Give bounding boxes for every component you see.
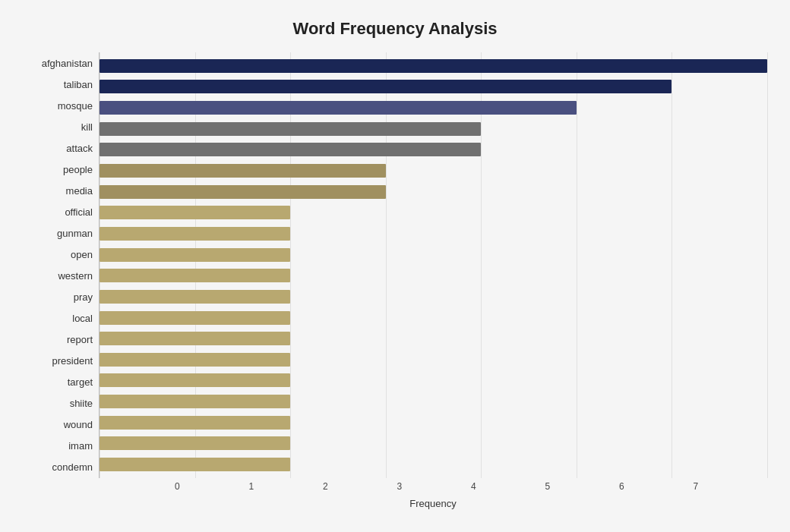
y-label: kill: [23, 116, 93, 137]
bar: [100, 269, 290, 282]
bar: [100, 206, 290, 219]
bar: [100, 436, 290, 450]
bar-row: [100, 121, 767, 137]
x-axis-labels: 01234567: [99, 481, 767, 492]
x-tick: 2: [323, 481, 397, 492]
y-label: wound: [23, 414, 93, 436]
y-label: media: [23, 180, 93, 201]
y-label: imam: [23, 436, 93, 457]
y-label: people: [23, 159, 93, 180]
bar-row: [100, 225, 767, 242]
bar-row: [100, 184, 767, 200]
bar: [100, 101, 577, 115]
y-axis-labels: afghanistantalibanmosquekillattackpeople…: [23, 52, 99, 478]
bar: [100, 143, 481, 156]
bar: [100, 290, 290, 304]
bar-row: [100, 330, 767, 347]
bar-row: [100, 58, 767, 74]
bar: [100, 227, 290, 241]
y-label: shiite: [23, 393, 93, 414]
bar-row: [100, 288, 767, 305]
bar-row: [100, 78, 767, 95]
y-label: taliban: [23, 74, 93, 95]
y-label: president: [23, 351, 93, 372]
y-label: local: [23, 308, 93, 329]
bar: [100, 164, 386, 178]
bottom-section: 01234567 Frequency: [23, 481, 767, 509]
bars-wrapper: [100, 52, 767, 478]
y-label: western: [23, 265, 93, 286]
x-tick: 6: [619, 481, 694, 492]
x-tick: 1: [249, 481, 324, 492]
bar: [100, 122, 481, 136]
y-label: mosque: [23, 95, 93, 116]
y-label: pray: [23, 287, 93, 308]
y-label: gunman: [23, 222, 93, 244]
bar-row: [100, 162, 767, 179]
bar-row: [100, 435, 767, 452]
y-label: afghanistan: [23, 52, 93, 74]
bar: [100, 311, 290, 325]
bar-row: [100, 267, 767, 284]
bar-row: [100, 351, 767, 368]
bar: [100, 395, 290, 408]
chart-container: Word Frequency Analysis afghanistantalib…: [0, 0, 790, 532]
y-label: open: [23, 244, 93, 265]
x-tick: 3: [397, 481, 472, 492]
bar-row: [100, 456, 767, 473]
y-label: official: [23, 201, 93, 222]
bar: [100, 416, 290, 430]
bar: [100, 80, 672, 93]
bar-row: [100, 99, 767, 116]
bar: [100, 185, 386, 199]
x-tick: 7: [694, 481, 768, 492]
bar-row: [100, 247, 767, 263]
bar: [100, 59, 767, 73]
chart-title: Word Frequency Analysis: [23, 15, 767, 39]
bar: [100, 248, 290, 262]
x-axis-title: Frequency: [99, 498, 767, 509]
bar: [100, 373, 290, 387]
x-tick: 4: [471, 481, 545, 492]
y-label: report: [23, 329, 93, 351]
x-tick: 0: [175, 481, 249, 492]
bar-row: [100, 204, 767, 221]
chart-area: afghanistantalibanmosquekillattackpeople…: [23, 52, 767, 478]
grid-and-bars: [99, 52, 767, 478]
bar: [100, 332, 290, 345]
y-label: attack: [23, 137, 93, 159]
bar-row: [100, 372, 767, 389]
grid-line: [767, 52, 768, 478]
bar-row: [100, 310, 767, 326]
bar-row: [100, 393, 767, 410]
bar: [100, 458, 290, 471]
bar: [100, 353, 290, 367]
bar-row: [100, 414, 767, 431]
bar-row: [100, 141, 767, 158]
y-label: target: [23, 372, 93, 393]
x-tick: 5: [545, 481, 620, 492]
y-label: condemn: [23, 457, 93, 478]
bars-and-grid: [99, 52, 767, 478]
